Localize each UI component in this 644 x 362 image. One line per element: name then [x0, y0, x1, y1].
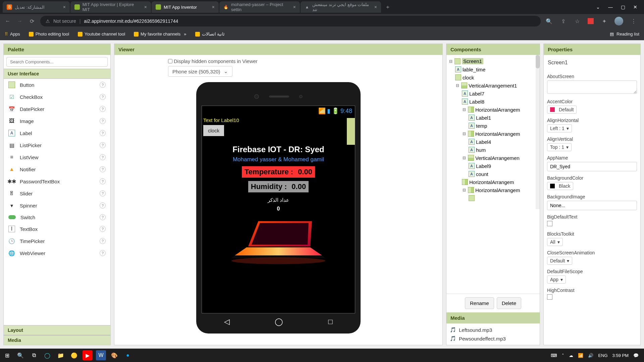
language-indicator[interactable]: ENG: [598, 353, 607, 358]
align-vertical-select[interactable]: Top : 1▾: [547, 143, 572, 151]
pal-notifier[interactable]: ▲Notifier?: [4, 163, 110, 175]
share-icon[interactable]: ⇪: [559, 17, 567, 25]
onedrive-icon[interactable]: ☁: [569, 353, 573, 358]
help-icon[interactable]: ?: [100, 106, 106, 112]
clock-button[interactable]: clock: [203, 125, 224, 136]
reload-icon[interactable]: ⟳: [28, 17, 36, 25]
pal-listpicker[interactable]: ▤ListPicker?: [4, 139, 110, 151]
reading-list-button[interactable]: ▤Reading list: [610, 32, 639, 37]
pal-spinner[interactable]: ▾Spinner?: [4, 199, 110, 212]
close-icon[interactable]: ×: [374, 4, 377, 10]
help-icon[interactable]: ?: [100, 166, 106, 172]
app-icon-2[interactable]: ●: [123, 350, 133, 360]
maximize-icon[interactable]: ▢: [621, 4, 625, 10]
help-icon[interactable]: ?: [100, 202, 106, 208]
tree-ha1[interactable]: ⊟HorizontalArrangem: [446, 106, 540, 114]
recent-nav-icon[interactable]: □: [328, 317, 333, 326]
media-section-head[interactable]: Media: [4, 335, 110, 345]
bookmark-2[interactable]: Youtube channel tool: [78, 32, 125, 37]
tab-3[interactable]: 🔥mohamed-yasser – Project settin×: [219, 1, 300, 13]
pal-webviewer[interactable]: 🌐WebViewer?: [4, 247, 110, 259]
tab-4[interactable]: ▲ملفات موقع ايجي ترند مينفعش تتد×: [301, 1, 381, 13]
clock-tray[interactable]: 3:59 PM: [612, 353, 629, 358]
app-name-input[interactable]: [547, 162, 637, 171]
count-label[interactable]: 0: [277, 206, 280, 212]
tree-temp[interactable]: Atemp: [446, 122, 540, 130]
pal-checkbox[interactable]: ☑CheckBox?: [4, 91, 110, 103]
media-item-0[interactable]: 🎵Leftsound.mp3: [450, 325, 536, 334]
word-icon[interactable]: W: [96, 350, 106, 360]
tab-1[interactable]: MIT App Inventor | Explore MIT×: [70, 1, 151, 13]
pal-button[interactable]: Button?: [4, 79, 110, 91]
tree-clock[interactable]: clock: [446, 73, 540, 81]
about-screen-input[interactable]: [547, 80, 637, 94]
extensions-icon[interactable]: ✦: [600, 17, 608, 25]
temperature-row[interactable]: Temperature : 0.00: [242, 166, 315, 178]
scrollbar-thumb[interactable]: [347, 118, 355, 145]
pal-password[interactable]: ✱✱PasswordTextBox?: [4, 175, 110, 187]
arabic-label[interactable]: عداد الذكر: [268, 197, 289, 203]
tree-more[interactable]: [446, 194, 540, 202]
align-horizontal-select[interactable]: Left : 1▾: [547, 124, 572, 132]
tree-hum[interactable]: Ahum: [446, 146, 540, 154]
chevron-down-icon[interactable]: ⌄: [596, 4, 600, 10]
wifi-tray-icon[interactable]: 📶: [578, 353, 583, 358]
tree-label1[interactable]: ALabel1: [446, 114, 540, 122]
apps-button[interactable]: ⠿Apps: [5, 32, 20, 37]
tab-2[interactable]: MIT App Inventor×: [152, 1, 219, 13]
app-title[interactable]: Firebase IOT - DR: Syed: [232, 145, 324, 154]
tree-label7[interactable]: ALabel7: [446, 89, 540, 98]
youtube-icon[interactable]: ▶: [83, 350, 93, 360]
forward-icon[interactable]: →: [16, 17, 23, 25]
back-icon[interactable]: ←: [4, 17, 11, 25]
pal-image[interactable]: 🖼Image?: [4, 115, 110, 127]
pal-listview[interactable]: ≡ListView?: [4, 151, 110, 163]
close-icon[interactable]: ×: [63, 4, 66, 10]
taskview-icon[interactable]: ⧉: [29, 350, 39, 360]
tree-ha2[interactable]: ⊟HorizontalArrangem: [446, 130, 540, 138]
help-icon[interactable]: ?: [100, 94, 106, 100]
close-icon[interactable]: ×: [293, 4, 296, 10]
app-icon-1[interactable]: 🎨: [109, 350, 119, 360]
bookmark-1[interactable]: Photo editing tool: [29, 32, 69, 37]
accent-color-select[interactable]: Default: [547, 106, 577, 114]
close-anim-select[interactable]: Default▾: [547, 257, 572, 265]
close-icon[interactable]: ×: [144, 4, 147, 10]
ime-icon[interactable]: ⌨: [551, 353, 557, 358]
bg-color-select[interactable]: Black: [547, 182, 573, 190]
app-subtitle[interactable]: Mohamed yasser & Mohamed gamil: [233, 156, 324, 163]
pal-label[interactable]: ALabel?: [4, 127, 110, 139]
help-icon[interactable]: ?: [100, 226, 106, 232]
volume-icon[interactable]: 🔊: [588, 353, 593, 358]
tree-scrollbar[interactable]: [536, 55, 540, 209]
explorer-icon[interactable]: 📁: [56, 350, 66, 360]
new-tab-button[interactable]: ＋: [382, 4, 394, 11]
help-icon[interactable]: ?: [100, 130, 106, 136]
phone-size-select[interactable]: Phone size (505,320)⌄: [168, 66, 232, 77]
tree-label4[interactable]: ALabel4: [446, 138, 540, 146]
laptop-image[interactable]: [225, 215, 332, 265]
tray-up-icon[interactable]: ˄: [562, 353, 564, 358]
ext1-icon[interactable]: [588, 18, 594, 24]
tree-count[interactable]: Acount: [446, 170, 540, 178]
humidity-row[interactable]: Humidity : 0.00: [248, 181, 309, 192]
profile-avatar[interactable]: [614, 17, 623, 25]
star-icon[interactable]: ☆: [574, 17, 581, 25]
zoom-icon[interactable]: 🔍: [545, 17, 553, 25]
pal-slider[interactable]: 🎚Slider?: [4, 187, 110, 199]
url-input[interactable]: ⚠ Not secure | ai2.appinventor.mit.edu/#…: [40, 16, 541, 26]
layout-section-head[interactable]: Layout: [4, 325, 110, 335]
home-nav-icon[interactable]: ◯: [275, 317, 283, 326]
high-contrast-checkbox[interactable]: [547, 294, 552, 300]
help-icon[interactable]: ?: [100, 214, 106, 220]
close-icon[interactable]: ×: [212, 4, 215, 10]
help-icon[interactable]: ?: [100, 154, 106, 160]
pal-timepicker[interactable]: 🕒TimePicker?: [4, 235, 110, 247]
delete-button[interactable]: Delete: [497, 297, 521, 309]
chrome-icon[interactable]: 🟡: [69, 350, 79, 360]
tree-va1[interactable]: ⊟VerticalArrangement1: [446, 81, 540, 89]
minimize-icon[interactable]: —: [608, 4, 613, 10]
tree-label8[interactable]: ALabel8: [446, 98, 540, 106]
help-icon[interactable]: ?: [100, 238, 106, 244]
bg-image-input[interactable]: [547, 201, 637, 210]
